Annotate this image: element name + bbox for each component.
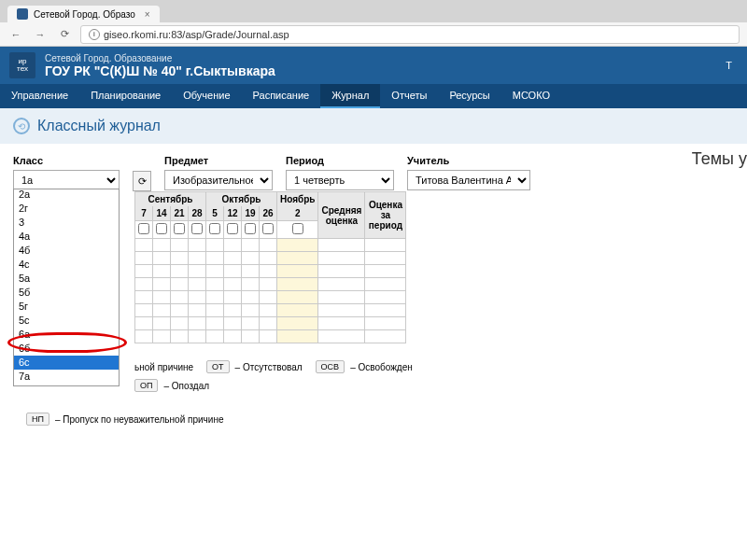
grade-cell[interactable] — [153, 239, 171, 252]
grade-cell[interactable] — [135, 291, 153, 304]
class-option[interactable]: 6с — [14, 356, 119, 370]
grade-cell[interactable] — [277, 291, 318, 304]
day-checkbox[interactable] — [262, 223, 274, 234]
day-checkbox[interactable] — [227, 223, 238, 234]
grade-cell[interactable] — [242, 239, 260, 252]
grade-cell[interactable] — [206, 239, 224, 252]
class-option[interactable]: 4а — [14, 230, 119, 244]
day-checkbox[interactable] — [191, 223, 203, 234]
grade-cell[interactable] — [224, 252, 242, 265]
class-option[interactable]: 5б — [14, 286, 119, 300]
grade-cell[interactable] — [224, 291, 242, 304]
grade-cell[interactable] — [224, 239, 242, 252]
address-bar[interactable]: i giseo.rkomi.ru:83/asp/Grade/Journal.as… — [80, 25, 740, 44]
day-checkbox[interactable] — [209, 223, 220, 234]
reload-filters-button[interactable]: ⟳ — [133, 171, 151, 191]
grade-cell[interactable] — [135, 265, 153, 278]
day-checkbox[interactable] — [292, 223, 303, 234]
grade-cell[interactable] — [224, 265, 242, 278]
class-option[interactable]: 4с — [14, 258, 119, 272]
day-checkbox[interactable] — [138, 223, 149, 234]
grade-cell[interactable] — [135, 304, 153, 317]
grade-cell[interactable] — [242, 278, 260, 291]
grade-cell[interactable] — [171, 239, 189, 252]
grade-cell[interactable] — [171, 304, 189, 317]
grade-cell[interactable] — [277, 304, 318, 317]
grade-cell[interactable] — [206, 278, 224, 291]
site-info-icon[interactable]: i — [89, 29, 100, 40]
grade-cell[interactable] — [277, 239, 318, 252]
nav-item-6[interactable]: Ресурсы — [438, 84, 500, 108]
grade-cell[interactable] — [153, 304, 171, 317]
grade-cell[interactable] — [135, 330, 153, 343]
grade-cell[interactable] — [277, 265, 318, 278]
grade-cell[interactable] — [153, 252, 171, 265]
class-option[interactable]: 2а — [14, 189, 119, 202]
grade-cell[interactable] — [277, 330, 318, 343]
back-button[interactable]: ← — [7, 29, 24, 40]
grade-cell[interactable] — [260, 265, 277, 278]
class-option[interactable]: 2г — [14, 202, 119, 216]
back-icon[interactable]: ⟲ — [13, 118, 30, 134]
grade-cell[interactable] — [189, 291, 206, 304]
grade-cell[interactable] — [224, 330, 242, 343]
day-checkbox[interactable] — [245, 223, 256, 234]
grade-cell[interactable] — [277, 317, 318, 330]
grade-cell[interactable] — [135, 252, 153, 265]
grade-cell[interactable] — [153, 317, 171, 330]
period-select[interactable]: 1 четверть — [286, 170, 394, 190]
nav-item-1[interactable]: Планирование — [79, 84, 172, 108]
period-grade-cell[interactable] — [365, 278, 406, 291]
nav-item-7[interactable]: МСОКО — [501, 84, 561, 108]
grade-cell[interactable] — [135, 317, 153, 330]
grade-cell[interactable] — [260, 330, 277, 343]
grade-cell[interactable] — [260, 239, 277, 252]
period-grade-cell[interactable] — [365, 239, 406, 252]
forward-button[interactable]: → — [32, 29, 49, 40]
grade-cell[interactable] — [171, 317, 189, 330]
class-option[interactable]: 7б — [14, 384, 119, 386]
tab-close-icon[interactable]: × — [145, 9, 150, 20]
grade-cell[interactable] — [206, 317, 224, 330]
grade-cell[interactable] — [189, 239, 206, 252]
grade-cell[interactable] — [224, 304, 242, 317]
period-grade-cell[interactable] — [365, 304, 406, 317]
grade-cell[interactable] — [189, 330, 206, 343]
class-option[interactable]: 6а — [14, 328, 119, 342]
grade-cell[interactable] — [242, 252, 260, 265]
grade-cell[interactable] — [206, 291, 224, 304]
nav-item-3[interactable]: Расписание — [242, 84, 321, 108]
grade-cell[interactable] — [189, 252, 206, 265]
browser-tab[interactable]: Сетевой Город. Образо × — [7, 6, 160, 22]
period-grade-cell[interactable] — [365, 330, 406, 343]
grade-cell[interactable] — [206, 330, 224, 343]
grade-cell[interactable] — [260, 304, 277, 317]
grade-cell[interactable] — [242, 265, 260, 278]
subject-select[interactable]: Изобразительное искусство — [164, 170, 273, 190]
nav-item-0[interactable]: Управление — [0, 84, 79, 108]
grade-cell[interactable] — [242, 304, 260, 317]
day-checkbox[interactable] — [174, 223, 185, 234]
grade-cell[interactable] — [260, 291, 277, 304]
class-option[interactable]: 5с — [14, 314, 119, 328]
nav-item-2[interactable]: Обучение — [172, 84, 241, 108]
grade-cell[interactable] — [206, 265, 224, 278]
grade-cell[interactable] — [224, 278, 242, 291]
grade-cell[interactable] — [171, 265, 189, 278]
grade-cell[interactable] — [260, 252, 277, 265]
grade-cell[interactable] — [189, 265, 206, 278]
grade-cell[interactable] — [206, 304, 224, 317]
grade-cell[interactable] — [189, 304, 206, 317]
grade-cell[interactable] — [277, 252, 318, 265]
class-option[interactable]: 7а — [14, 370, 119, 384]
nav-item-5[interactable]: Отчеты — [380, 84, 438, 108]
grade-cell[interactable] — [189, 317, 206, 330]
grade-cell[interactable] — [153, 265, 171, 278]
class-option[interactable]: 6б — [14, 342, 119, 356]
class-option[interactable]: 5г — [14, 300, 119, 314]
period-grade-cell[interactable] — [365, 291, 406, 304]
grade-cell[interactable] — [224, 317, 242, 330]
grade-cell[interactable] — [260, 317, 277, 330]
class-option[interactable]: 3 — [14, 216, 119, 230]
class-option[interactable]: 4б — [14, 244, 119, 258]
